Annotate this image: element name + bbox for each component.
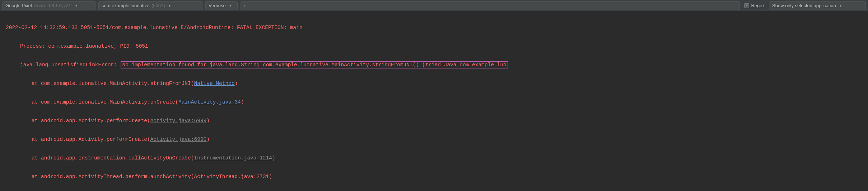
log-line: at android.app.Activity.performCreate(Ac… bbox=[6, 135, 867, 144]
paren: ) bbox=[235, 81, 238, 86]
paren: ) bbox=[206, 118, 210, 124]
search-input[interactable] bbox=[249, 3, 737, 8]
search-icon: ⌕ bbox=[244, 3, 247, 8]
source-link[interactable]: Activity.java:6990 bbox=[150, 137, 207, 142]
log-line: 2022-02-12 14:32:59.133 5051-5051/com.ex… bbox=[6, 23, 867, 32]
log-line: at com.example.luonative.MainActivity.on… bbox=[6, 97, 867, 107]
source-link[interactable]: MainActivity.java:34 bbox=[178, 99, 241, 105]
paren: ) bbox=[272, 155, 275, 161]
chevron-down-icon: ▼ bbox=[75, 4, 78, 8]
chevron-down-icon: ▼ bbox=[229, 4, 232, 8]
checkbox-icon: ✓ bbox=[744, 3, 749, 8]
log-text: java.lang.UnsatisfiedLinkError: bbox=[20, 62, 120, 68]
device-os: Android 8.1.0, API bbox=[34, 3, 72, 8]
log-level-dropdown[interactable]: Verbose ▼ bbox=[205, 1, 238, 10]
filter-dropdown[interactable]: Show only selected application ▼ bbox=[769, 1, 866, 10]
log-line: at com.example.luonative.MainActivity.st… bbox=[6, 79, 867, 88]
device-dropdown[interactable]: Google Pixel Android 8.1.0, API ▼ bbox=[2, 1, 95, 10]
regex-checkbox[interactable]: ✓ Regex bbox=[743, 3, 766, 8]
log-line: at android.app.ActivityThread.performLau… bbox=[6, 172, 867, 181]
log-text: at android.app.Activity.performCreate( bbox=[32, 118, 150, 124]
chevron-down-icon: ▼ bbox=[839, 4, 843, 8]
log-level-label: Verbose bbox=[209, 3, 226, 8]
package-pid: (5051) bbox=[151, 3, 165, 8]
filter-label: Show only selected application bbox=[772, 3, 836, 8]
package-dropdown[interactable]: com.example.luonative (5051) ▼ bbox=[98, 1, 202, 10]
log-line: Process: com.example.luonative, PID: 505… bbox=[6, 42, 867, 51]
log-line: java.lang.UnsatisfiedLinkError: No imple… bbox=[6, 60, 867, 70]
log-text: at android.app.Activity.performCreate( bbox=[32, 137, 150, 142]
package-name: com.example.luonative bbox=[102, 3, 149, 8]
log-line: at android.app.Activity.performCreate(Ac… bbox=[6, 116, 867, 125]
log-text: at android.app.Instrumentation.callActiv… bbox=[32, 155, 194, 161]
logcat-output: 2022-02-12 14:32:59.133 5051-5051/com.ex… bbox=[0, 11, 868, 191]
source-link[interactable]: Native Method bbox=[194, 81, 234, 86]
error-highlight: No implementation found for java.lang.St… bbox=[121, 61, 508, 68]
source-link[interactable]: Instrumentation.java:1214 bbox=[194, 155, 272, 161]
log-text: at com.example.luonative.MainActivity.on… bbox=[32, 99, 178, 105]
search-field-wrap: ⌕ bbox=[241, 1, 740, 10]
paren: ) bbox=[241, 99, 244, 105]
log-line: at android.app.Instrumentation.callActiv… bbox=[6, 153, 867, 163]
chevron-down-icon: ▼ bbox=[168, 4, 172, 8]
paren: ) bbox=[206, 137, 210, 142]
regex-label: Regex bbox=[751, 3, 765, 8]
log-text: at com.example.luonative.MainActivity.st… bbox=[32, 81, 194, 86]
source-link[interactable]: Activity.java:6999 bbox=[150, 118, 207, 124]
device-name: Google Pixel bbox=[5, 3, 32, 8]
logcat-toolbar: Google Pixel Android 8.1.0, API ▼ com.ex… bbox=[0, 0, 868, 11]
